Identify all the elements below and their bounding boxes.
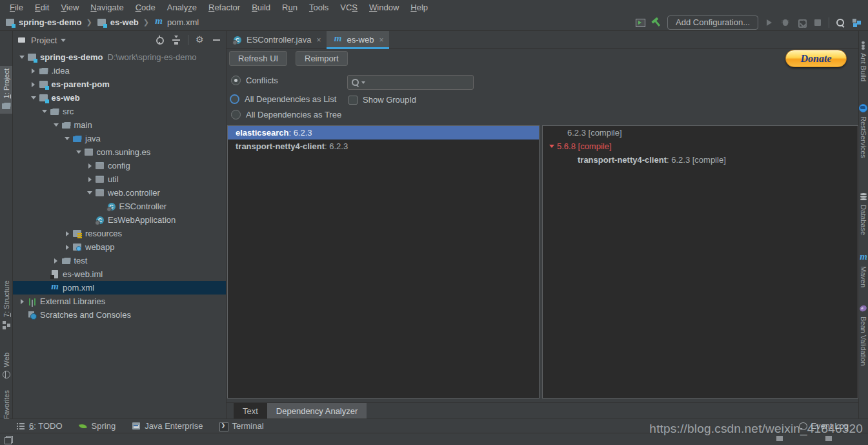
tree-row-es-web.iml[interactable]: es-web.iml	[13, 267, 226, 281]
chevron-right-icon[interactable]	[28, 82, 39, 87]
menu-vcs[interactable]: VCS	[334, 1, 363, 14]
breadcrumb-item[interactable]: spring-es-demo	[5, 17, 82, 28]
tool-button-todo[interactable]: 6: TODO	[15, 421, 63, 431]
tool-button-structure[interactable]: 7: Structure	[0, 278, 12, 333]
refresh-ui-button[interactable]: Refresh UI	[229, 51, 287, 66]
menu-build[interactable]: Build	[246, 1, 276, 14]
debug-icon[interactable]	[780, 17, 791, 28]
dependency-item-transport-netty4-client[interactable]: transport-netty4-client : 6.2.3	[228, 140, 539, 153]
tool-button-spring[interactable]: Spring	[78, 421, 116, 431]
menu-help[interactable]: Help	[405, 1, 434, 14]
chevron-down-icon[interactable]	[17, 56, 27, 59]
radio-conflicts[interactable]: Conflicts	[231, 76, 278, 85]
tree-row-java[interactable]: java	[13, 132, 226, 145]
menu-code[interactable]: Code	[130, 1, 161, 14]
tool-button-ant-build[interactable]: Ant Build	[859, 37, 868, 84]
build-hammer-icon[interactable]	[649, 15, 664, 30]
chevron-right-icon[interactable]	[85, 163, 95, 169]
radio-all-deps-tree-circle[interactable]	[231, 110, 241, 119]
chevron-down-icon[interactable]	[74, 150, 84, 154]
menu-run[interactable]: Run	[276, 1, 303, 14]
search-everywhere-icon[interactable]	[835, 17, 845, 28]
tool-button-maven[interactable]: Maven	[859, 251, 868, 290]
tool-button-terminal[interactable]: Terminal	[218, 421, 263, 431]
tree-row-pom.xml[interactable]: pom.xml	[13, 281, 226, 295]
close-icon[interactable]: ×	[379, 36, 383, 45]
menu-file[interactable]: File	[4, 1, 29, 14]
tree-row-com.suning.es[interactable]: com.suning.es	[13, 145, 226, 159]
radio-all-deps-list-circle[interactable]	[230, 94, 239, 104]
chevron-right-icon[interactable]	[51, 258, 61, 264]
reimport-button[interactable]: Reimport	[296, 51, 348, 66]
tool-button-database[interactable]: Database	[859, 189, 868, 238]
stop-icon[interactable]	[812, 17, 823, 28]
tree-row-spring-es-demo[interactable]: spring-es-demoD:\work\spring-es-demo	[13, 50, 226, 64]
tree-row-.idea[interactable]: .idea	[13, 64, 226, 78]
tool-button-bean-validation[interactable]: Bean Validation	[859, 301, 868, 368]
editor-tab-escontroller.java[interactable]: ESController.java×	[227, 31, 327, 48]
radio-conflicts-circle[interactable]	[231, 76, 241, 85]
bottom-tab-dependency-analyzer[interactable]: Dependency Analyzer	[267, 403, 367, 419]
coverage-icon[interactable]	[796, 17, 807, 28]
dependency-detail-row[interactable]: transport-netty4-client : 6.2.3 [compile…	[543, 153, 858, 167]
tree-row-src[interactable]: src	[13, 105, 226, 118]
tool-button-project[interactable]: 1: Project	[0, 66, 12, 114]
chevron-down-icon[interactable]	[39, 110, 50, 113]
chevron-right-icon[interactable]	[62, 231, 72, 236]
tree-row-es-web[interactable]: es-web	[13, 91, 226, 105]
tree-row-web.controller[interactable]: web.controller	[13, 186, 226, 200]
chevron-down-icon[interactable]	[85, 191, 95, 194]
menu-window[interactable]: Window	[363, 1, 405, 14]
add-configuration-button[interactable]: Add Configuration...	[667, 16, 758, 30]
tree-row-util[interactable]: util	[13, 172, 226, 186]
show-groupid-option[interactable]: Show GroupId	[348, 95, 416, 105]
chevron-down-icon[interactable]	[51, 123, 61, 127]
run-icon[interactable]	[764, 17, 774, 28]
tree-row-scratches-and-consoles[interactable]: Scratches and Consoles	[13, 308, 226, 322]
radio-all-deps-list[interactable]: All Dependencies as List	[230, 94, 336, 104]
tool-button-java-enterprise[interactable]: Java Enterprise	[131, 421, 203, 431]
radio-all-deps-tree[interactable]: All Dependencies as Tree	[231, 110, 341, 119]
tool-button-web[interactable]: Web	[0, 350, 12, 382]
run-tool-window-icon[interactable]	[635, 17, 645, 28]
tree-row-config[interactable]: config	[13, 159, 226, 172]
tree-row-escontroller[interactable]: ESController	[13, 200, 226, 213]
chevron-down-icon[interactable]	[62, 137, 72, 140]
donate-button[interactable]: Donate	[785, 50, 847, 67]
search-dropdown-icon[interactable]	[361, 81, 365, 84]
breadcrumb-item[interactable]: es-web	[97, 17, 139, 28]
tree-row-resources[interactable]: resources	[13, 227, 226, 240]
editor-tab-es-web[interactable]: es-web×	[327, 31, 389, 48]
tree-row-es-parent-pom[interactable]: es-parent-pom	[13, 78, 226, 91]
menu-tools[interactable]: Tools	[303, 1, 334, 14]
toggle-toolwindows-icon[interactable]	[4, 434, 14, 444]
bottom-tab-text[interactable]: Text	[234, 403, 267, 419]
tree-row-external-libraries[interactable]: External Libraries	[13, 295, 226, 308]
locate-icon[interactable]	[154, 35, 165, 45]
project-structure-icon[interactable]	[851, 17, 862, 28]
menu-view[interactable]: View	[55, 1, 85, 14]
chevron-right-icon[interactable]	[17, 299, 27, 304]
project-view-selector[interactable]: Project	[17, 35, 66, 45]
menu-edit[interactable]: Edit	[29, 1, 55, 14]
show-groupid-checkbox[interactable]	[348, 96, 358, 105]
tree-row-test[interactable]: test	[13, 254, 226, 267]
tree-row-main[interactable]: main	[13, 118, 226, 132]
tree-row-webapp[interactable]: webapp	[13, 240, 226, 254]
chevron-down-icon[interactable]	[28, 96, 39, 99]
menu-analyze[interactable]: Analyze	[161, 1, 203, 14]
chevron-right-icon[interactable]	[85, 177, 95, 182]
menu-refactor[interactable]: Refactor	[203, 1, 246, 14]
dependency-detail-row[interactable]: 6.2.3 [compile]	[543, 126, 858, 140]
chevron-right-icon[interactable]	[62, 245, 72, 250]
collapse-all-icon[interactable]	[171, 35, 181, 45]
tool-button-restservices[interactable]: RestServices	[859, 101, 868, 161]
dependency-detail-row[interactable]: 5.6.8 [compile]	[543, 140, 858, 153]
breadcrumb-item[interactable]: pom.xml	[154, 17, 199, 28]
menu-navigate[interactable]: Navigate	[85, 1, 129, 14]
tree-row-eswebapplication[interactable]: EsWebApplication	[13, 213, 226, 227]
hide-panel-icon[interactable]	[212, 35, 222, 45]
dependency-item-elasticsearch[interactable]: elasticsearch : 6.2.3	[228, 126, 539, 140]
dependency-search-input[interactable]	[347, 75, 474, 90]
gear-icon[interactable]	[195, 35, 205, 45]
